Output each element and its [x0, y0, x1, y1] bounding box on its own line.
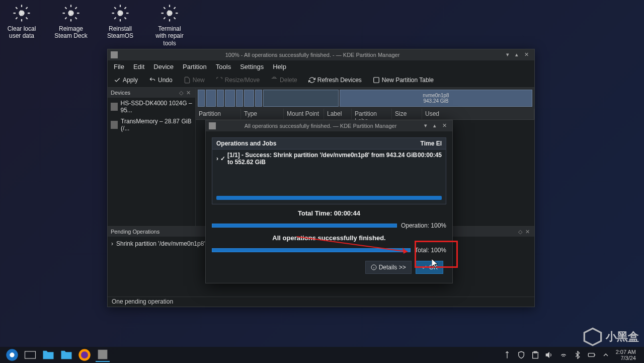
total-percent: Total: 100%	[415, 247, 446, 254]
drive-icon	[111, 121, 118, 129]
undo-button[interactable]: Undo	[146, 75, 176, 85]
partition-segment[interactable]	[217, 90, 224, 107]
close-button[interactable]: ✕	[524, 51, 531, 58]
file-manager-button[interactable]	[41, 348, 55, 362]
ok-button[interactable]: OK	[416, 261, 443, 274]
partition-segment[interactable]	[206, 90, 216, 107]
usb-icon[interactable]	[503, 351, 511, 359]
menu-file[interactable]: File	[110, 61, 128, 72]
svg-point-18	[81, 351, 88, 358]
device-item[interactable]: TransMemory – 28.87 GiB (/...	[108, 116, 195, 134]
maximize-button[interactable]: ▴	[515, 51, 522, 58]
folder-icon	[59, 348, 73, 362]
window-title: 100% - All operations successfully finis…	[121, 52, 504, 58]
svg-rect-23	[588, 353, 594, 357]
partition-segment-main[interactable]: nvme0n1p8943.24 GiB	[340, 90, 532, 107]
watermark: 小黑盒	[583, 327, 639, 347]
statusbar: One pending operation	[108, 297, 534, 307]
dialog-titlebar[interactable]: All operations successfully finished. — …	[206, 120, 452, 131]
desktop-icon-reinstall[interactable]: Reinstall SteamOS	[103, 4, 138, 47]
menu-partition[interactable]: Partition	[179, 61, 211, 72]
start-button[interactable]	[5, 348, 19, 362]
svg-rect-19	[98, 350, 108, 359]
menubar: File Edit Device Partition Tools Setting…	[108, 60, 534, 72]
svg-marker-25	[584, 328, 601, 345]
wifi-icon[interactable]	[559, 351, 568, 359]
svg-rect-16	[25, 351, 36, 358]
operation-progress-bar	[212, 224, 397, 228]
operations-list: Operations and Jobs Time El › ✓ [1/1] - …	[212, 137, 446, 204]
check-icon	[421, 264, 427, 270]
table-icon	[373, 77, 380, 84]
firefox-icon	[77, 348, 92, 362]
clock[interactable]: 2:07 AM 7/3/24	[616, 349, 636, 361]
app-icon	[96, 347, 110, 361]
toolbar: Apply Undo New Resize/Move Delete Refres…	[108, 72, 534, 88]
partition-segment[interactable]	[244, 90, 254, 107]
gear-icon	[111, 4, 129, 22]
dialog-title: All operations successfully finished. — …	[219, 123, 422, 129]
menu-settings[interactable]: Settings	[236, 61, 268, 72]
menu-tools[interactable]: Tools	[212, 61, 235, 72]
taskbar: 2:07 AM 7/3/24	[0, 347, 644, 363]
battery-icon[interactable]	[588, 351, 596, 359]
operation-row[interactable]: › ✓ [1/1] - Success: Shrink partition '/…	[212, 150, 446, 168]
menu-help[interactable]: Help	[269, 61, 290, 72]
firefox-button[interactable]	[77, 348, 92, 362]
minimize-button[interactable]: ▾	[506, 51, 513, 58]
chevron-right-icon: ›	[216, 155, 218, 162]
minimize-button[interactable]: ▾	[424, 122, 431, 129]
delete-button: Delete	[268, 75, 300, 85]
ops-header-label: Operations and Jobs	[216, 140, 421, 147]
partition-table-header: Partition Type Mount Point Label Partiti…	[196, 109, 534, 120]
clipboard-icon[interactable]	[531, 351, 539, 359]
shield-icon[interactable]	[517, 351, 525, 359]
close-button[interactable]: ✕	[442, 122, 449, 129]
volume-icon[interactable]	[545, 351, 553, 359]
file-manager-button-2[interactable]	[59, 348, 73, 362]
device-item[interactable]: HS-SSD-DK4000 1024G – 95...	[108, 98, 195, 116]
devices-header: Devices ◇✕	[108, 88, 195, 98]
panel-detach-icon[interactable]: ◇	[518, 229, 524, 235]
partition-segment[interactable]	[255, 90, 262, 107]
maximize-button[interactable]: ▴	[433, 122, 440, 129]
task-view-button[interactable]	[23, 348, 37, 362]
desktop-icon-reimage[interactable]: Reimage Steam Deck	[53, 4, 89, 47]
bluetooth-icon[interactable]	[574, 351, 582, 359]
operation-percent: Operation: 100%	[401, 222, 446, 229]
partition-segment[interactable]	[263, 90, 339, 107]
apply-button[interactable]: Apply	[111, 75, 141, 85]
panel-detach-icon[interactable]: ◇	[179, 90, 185, 96]
drive-icon	[111, 103, 118, 111]
desktop-icon-terminal[interactable]: Terminal with repair tools	[152, 4, 187, 47]
total-progress-bar	[212, 248, 411, 252]
desktop-icon-clear-local[interactable]: Clear local user data	[4, 4, 39, 47]
menu-device[interactable]: Device	[149, 61, 178, 72]
partition-bar[interactable]: nvme0n1p8943.24 GiB	[196, 88, 534, 109]
titlebar[interactable]: 100% - All operations successfully finis…	[108, 49, 534, 60]
partition-segment[interactable]	[225, 90, 235, 107]
check-icon	[114, 77, 121, 84]
partition-segment[interactable]	[236, 90, 243, 107]
chevron-up-icon[interactable]	[602, 351, 610, 359]
refresh-icon	[308, 77, 315, 84]
panel-close-icon[interactable]: ✕	[186, 90, 192, 96]
new-table-button[interactable]: New Partition Table	[370, 75, 437, 85]
info-icon	[371, 264, 377, 270]
total-time-label: Total Time: 00:00:44	[212, 209, 446, 217]
hexagon-icon	[583, 327, 603, 347]
finished-message: All operations successfully finished.	[212, 234, 446, 242]
svg-point-15	[10, 352, 14, 357]
refresh-button[interactable]: Refresh Devices	[305, 75, 365, 85]
gear-icon	[160, 4, 179, 22]
resize-button: Resize/Move	[213, 75, 263, 85]
partition-manager-task[interactable]	[96, 348, 110, 362]
partition-segment[interactable]	[198, 90, 205, 107]
details-button[interactable]: Details >>	[365, 261, 412, 274]
panel-close-icon[interactable]: ✕	[525, 229, 531, 235]
app-icon	[209, 122, 216, 129]
svg-marker-22	[546, 352, 549, 357]
menu-edit[interactable]: Edit	[129, 61, 148, 72]
gear-icon	[13, 4, 31, 22]
job-progress-bar	[216, 196, 442, 200]
